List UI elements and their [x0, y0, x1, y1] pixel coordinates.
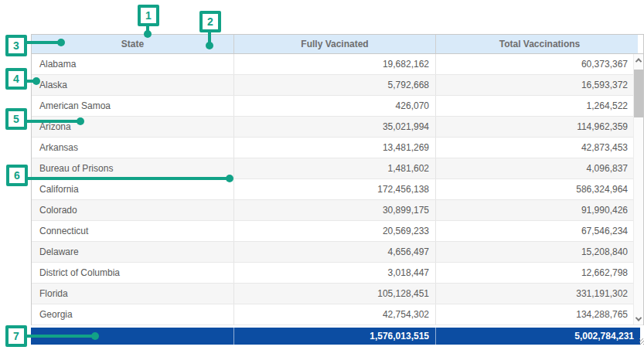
table-header-row: State Fully Vacinated Total Vaccinations — [32, 35, 643, 54]
cell-fully-vaccinated: 20,569,233 — [234, 221, 436, 241]
column-header-fully-vaccinated[interactable]: Fully Vacinated — [234, 35, 436, 53]
scroll-up-button[interactable] — [634, 54, 643, 66]
table-row[interactable]: Arkansas 13,481,269 42,873,453 — [32, 138, 643, 158]
callout-2-box: 2 — [199, 11, 221, 32]
table-row[interactable]: Delaware 4,656,497 15,208,840 — [32, 242, 643, 263]
cell-fully-vaccinated: 4,656,497 — [234, 242, 436, 262]
cell-fully-vaccinated: 13,481,269 — [234, 138, 436, 158]
cell-state: California — [32, 179, 234, 199]
cell-total-vaccinations: 1,264,522 — [436, 96, 643, 116]
cell-total-vaccinations: 60,373,367 — [436, 54, 643, 74]
callout-7-dot — [91, 332, 99, 340]
callout-7-box: 7 — [5, 325, 27, 347]
scrollbar-thumb[interactable] — [634, 70, 643, 117]
chevron-down-icon — [635, 314, 642, 321]
summary-totals-row: 1,576,013,515 5,002,784,231 — [31, 328, 640, 345]
cell-state: Georgia — [32, 304, 234, 325]
callout-1-box: 1 — [138, 5, 159, 26]
cell-fully-vaccinated: 19,682,162 — [234, 54, 436, 74]
cell-total-vaccinations: 331,191,302 — [436, 284, 643, 304]
cell-state: Bureau of Prisons — [32, 158, 234, 178]
cell-total-vaccinations: 12,662,798 — [436, 263, 643, 283]
callout-3-dot — [57, 39, 65, 46]
callout-7-line — [26, 335, 95, 338]
cell-fully-vaccinated: 105,128,451 — [234, 284, 436, 304]
cell-state: Alaska — [32, 75, 234, 95]
table-row[interactable]: Alabama 19,682,162 60,373,367 — [32, 54, 643, 75]
cell-state: Connecticut — [32, 221, 234, 241]
callout-6-box: 6 — [6, 165, 28, 186]
table-row[interactable]: Connecticut 20,569,233 67,546,234 — [32, 221, 643, 242]
cell-fully-vaccinated: 1,481,602 — [234, 158, 436, 178]
table-row[interactable]: California 172,456,138 586,324,964 — [32, 179, 643, 200]
cell-fully-vaccinated: 35,021,994 — [234, 117, 436, 137]
cell-state: District of Columbia — [32, 263, 234, 283]
cell-state: Alabama — [32, 54, 234, 74]
cell-state: American Samoa — [32, 96, 234, 116]
resize-grip-icon[interactable] — [639, 338, 644, 345]
table-row[interactable]: District of Columbia 3,018,447 12,662,79… — [32, 263, 643, 284]
callout-5-box: 5 — [5, 108, 27, 130]
cell-state: Florida — [32, 284, 234, 304]
callout-5-dot — [77, 117, 84, 125]
callout-5-line — [26, 120, 80, 123]
cell-total-vaccinations: 15,208,840 — [436, 242, 643, 262]
cell-fully-vaccinated: 30,899,175 — [234, 200, 436, 220]
callout-6-dot — [226, 175, 233, 182]
cell-total-vaccinations: 114,962,359 — [436, 117, 643, 137]
header-corner — [638, 35, 643, 53]
cell-state: Colorado — [32, 200, 234, 220]
table-row[interactable]: Bureau of Prisons 1,481,602 4,096,837 — [32, 158, 643, 179]
callout-6-line — [26, 177, 230, 180]
cell-fully-vaccinated: 426,070 — [234, 96, 436, 116]
cell-fully-vaccinated: 5,792,668 — [234, 75, 436, 95]
cell-total-vaccinations: 16,593,372 — [436, 75, 643, 95]
table-row[interactable]: Georgia 42,754,302 134,288,765 — [32, 304, 643, 325]
cell-total-vaccinations: 134,288,765 — [436, 304, 643, 325]
chevron-up-icon — [635, 58, 642, 64]
table-row[interactable]: American Samoa 426,070 1,264,522 — [32, 96, 643, 117]
callout-3-line — [26, 41, 61, 44]
cell-total-vaccinations: 4,096,837 — [436, 158, 643, 178]
column-header-total-vaccinations[interactable]: Total Vaccinations — [436, 35, 643, 53]
cell-state: Delaware — [32, 242, 234, 262]
cell-fully-vaccinated: 42,754,302 — [234, 304, 436, 325]
callout-4-dot — [32, 77, 40, 85]
callout-1-dot — [144, 30, 152, 38]
cell-fully-vaccinated: 172,456,138 — [234, 179, 436, 199]
cell-state: Arkansas — [32, 138, 234, 158]
callout-2-dot — [206, 42, 213, 49]
table-row[interactable]: Florida 105,128,451 331,191,302 — [32, 284, 643, 304]
table-row[interactable]: Arizona 35,021,994 114,962,359 — [32, 117, 643, 138]
summary-total-vaccinations-total: 5,002,784,231 — [435, 328, 640, 345]
cell-total-vaccinations: 67,546,234 — [436, 221, 643, 241]
callout-4-box: 4 — [5, 68, 27, 90]
vertical-scrollbar[interactable] — [633, 54, 643, 325]
callout-3-box: 3 — [5, 35, 27, 56]
cell-total-vaccinations: 91,990,426 — [436, 200, 643, 220]
scroll-down-button[interactable] — [634, 313, 643, 325]
table-row[interactable]: Colorado 30,899,175 91,990,426 — [32, 200, 643, 221]
table-row[interactable]: Alaska 5,792,668 16,593,372 — [32, 75, 643, 96]
summary-fully-vaccinated-total: 1,576,013,515 — [233, 328, 435, 345]
cell-fully-vaccinated: 3,018,447 — [234, 263, 436, 283]
cell-total-vaccinations: 586,324,964 — [436, 179, 643, 199]
cell-total-vaccinations: 42,873,453 — [436, 138, 643, 158]
table-body: Alabama 19,682,162 60,373,367 Alaska 5,7… — [32, 54, 643, 325]
